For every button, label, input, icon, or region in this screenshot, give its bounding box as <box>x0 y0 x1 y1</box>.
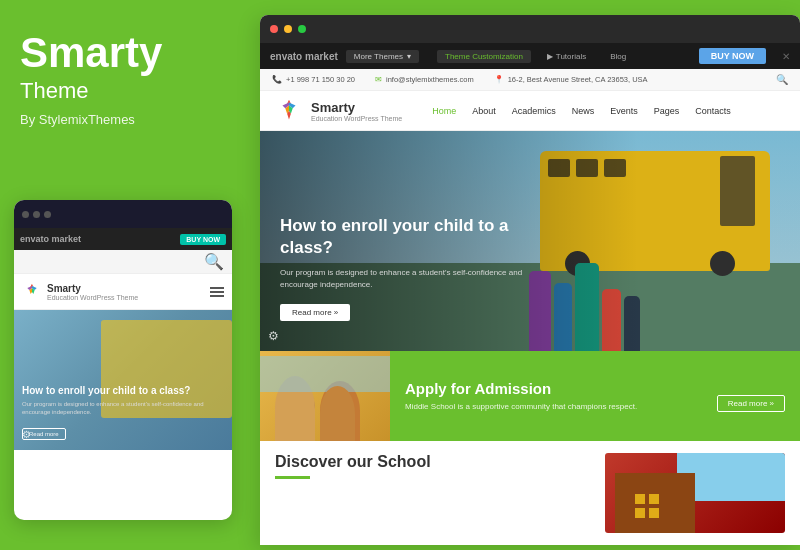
nav-item-events[interactable]: Events <box>610 106 638 116</box>
contact-bar: 📞 +1 998 71 150 30 20 ✉ info@stylemixthe… <box>260 69 800 91</box>
email-address: info@stylemixthemes.com <box>386 75 474 84</box>
hero-read-more-button[interactable]: Read more » <box>280 304 350 321</box>
theme-subtitle: Theme <box>20 78 225 104</box>
chevron-down-icon: ▾ <box>407 52 411 61</box>
phone-number: +1 998 71 150 30 20 <box>286 75 355 84</box>
admission-content: Apply for Admission Middle School is a s… <box>390 351 800 441</box>
phone-icon: 📞 <box>272 75 282 84</box>
mobile-dot-2 <box>33 211 40 218</box>
more-themes-label: More Themes <box>354 52 403 61</box>
email-icon: ✉ <box>375 75 382 84</box>
discover-title: Discover our School <box>275 453 431 471</box>
discover-school-image <box>605 453 785 533</box>
mobile-hero-description: Our program is designed to enhance a stu… <box>22 401 224 417</box>
mobile-mockup: envato market BUY NOW 🔍 Smarty <box>14 200 232 520</box>
hero-section: How to enroll your child to a class? Our… <box>260 131 800 351</box>
discover-section: Discover our School <box>260 441 800 541</box>
theme-author: By StylemixThemes <box>20 112 225 127</box>
desktop-dot-green <box>298 25 306 33</box>
nav-brand-text: Smarty Education WordPress Theme <box>311 100 402 122</box>
desktop-top-bar <box>260 15 800 43</box>
hero-title: How to enroll your child to a class? <box>280 215 540 259</box>
theme-title: Smarty <box>20 30 225 76</box>
desktop-dot-yellow <box>284 25 292 33</box>
mobile-top-bar <box>14 200 232 228</box>
desktop-buy-now-button[interactable]: BUY NOW <box>699 48 766 64</box>
nav-items: Home About Academics News Events Pages C… <box>432 106 731 116</box>
nav-item-pages[interactable]: Pages <box>654 106 680 116</box>
admission-description: Middle School is a supportive community … <box>405 401 702 412</box>
location-icon: 📍 <box>494 75 504 84</box>
mobile-hero-title: How to enroll your child to a class? <box>22 384 224 397</box>
address-contact: 📍 16-2, Best Avenue Street, CA 23653, US… <box>494 75 648 84</box>
desktop-envato-logo: envato market <box>270 51 338 62</box>
mobile-hero: ⚙ How to enroll your child to a class? O… <box>14 310 232 450</box>
hero-gear-icon[interactable]: ⚙ <box>268 329 279 343</box>
mobile-logo-icon <box>22 282 42 302</box>
nav-item-academics[interactable]: Academics <box>512 106 556 116</box>
theme-customization-button[interactable]: Theme Customization <box>437 50 531 63</box>
mobile-brand-tagline: Education WordPress Theme <box>47 294 138 301</box>
mobile-buy-now-button[interactable]: BUY NOW <box>180 234 226 245</box>
discover-underline <box>275 476 310 479</box>
hero-description: Our program is designed to enhance a stu… <box>280 267 540 291</box>
mobile-search-bar: 🔍 <box>14 250 232 274</box>
left-panel: Smarty Theme By StylemixThemes envato ma… <box>0 0 245 550</box>
mobile-brand-bar: Smarty Education WordPress Theme <box>14 274 232 310</box>
email-contact: ✉ info@stylemixthemes.com <box>375 75 474 84</box>
mobile-brand-name: Smarty <box>47 283 138 294</box>
admission-section: Apply for Admission Middle School is a s… <box>260 351 800 441</box>
nav-brand-tagline: Education WordPress Theme <box>311 115 402 122</box>
close-icon[interactable]: ✕ <box>782 51 790 62</box>
building-windows <box>635 494 659 518</box>
blog-button[interactable]: Blog <box>602 50 634 63</box>
nav-logo: Smarty Education WordPress Theme <box>275 97 402 125</box>
hamburger-line-1 <box>210 287 224 289</box>
mobile-envato-logo: envato market <box>20 234 81 244</box>
phone-contact: 📞 +1 998 71 150 30 20 <box>272 75 355 84</box>
admission-image <box>260 351 390 441</box>
mobile-read-more-button[interactable]: Read more <box>22 428 66 440</box>
admission-read-more-button[interactable]: Read more » <box>717 395 785 412</box>
tutorials-icon: ▶ <box>547 52 553 61</box>
address-text: 16-2, Best Avenue Street, CA 23653, USA <box>508 75 648 84</box>
admission-title: Apply for Admission <box>405 380 702 397</box>
nav-item-about[interactable]: About <box>472 106 496 116</box>
children-photo <box>260 351 390 441</box>
admission-inner: Apply for Admission Middle School is a s… <box>405 380 785 412</box>
tutorials-button[interactable]: ▶ Tutorials <box>539 50 594 63</box>
building-window <box>635 494 645 504</box>
mobile-brand-left: Smarty Education WordPress Theme <box>22 282 138 302</box>
mobile-search-icon[interactable]: 🔍 <box>204 252 224 271</box>
mobile-dot-3 <box>44 211 51 218</box>
main-navigation: Smarty Education WordPress Theme Home Ab… <box>260 91 800 131</box>
building-window <box>649 494 659 504</box>
nav-logo-icon <box>275 97 303 125</box>
mobile-dot-1 <box>22 211 29 218</box>
mobile-envato-bar: envato market BUY NOW <box>14 228 232 250</box>
mobile-hamburger-icon[interactable] <box>210 287 224 297</box>
building-window <box>635 508 645 518</box>
desktop-dot-red <box>270 25 278 33</box>
photo-sky <box>260 356 390 392</box>
desktop-more-themes-button[interactable]: More Themes ▾ <box>346 50 419 63</box>
hamburger-line-2 <box>210 291 224 293</box>
school-building <box>615 473 695 533</box>
mobile-hero-content: How to enroll your child to a class? Our… <box>22 384 224 440</box>
admission-text: Apply for Admission Middle School is a s… <box>405 380 702 412</box>
mobile-window-dots <box>22 211 51 218</box>
nav-item-home[interactable]: Home <box>432 106 456 116</box>
discover-text: Discover our School <box>275 453 431 479</box>
nav-item-contacts[interactable]: Contacts <box>695 106 731 116</box>
desktop-mockup: envato market More Themes ▾ Theme Custom… <box>260 15 800 545</box>
hero-content: How to enroll your child to a class? Our… <box>280 215 540 321</box>
nav-item-news[interactable]: News <box>572 106 595 116</box>
desktop-envato-bar: envato market More Themes ▾ Theme Custom… <box>260 43 800 69</box>
mobile-brand-text: Smarty Education WordPress Theme <box>47 283 138 301</box>
hamburger-line-3 <box>210 295 224 297</box>
nav-brand-name: Smarty <box>311 100 402 115</box>
tutorials-label: Tutorials <box>556 52 586 61</box>
desktop-search-icon[interactable]: 🔍 <box>776 74 788 85</box>
building-window <box>649 508 659 518</box>
